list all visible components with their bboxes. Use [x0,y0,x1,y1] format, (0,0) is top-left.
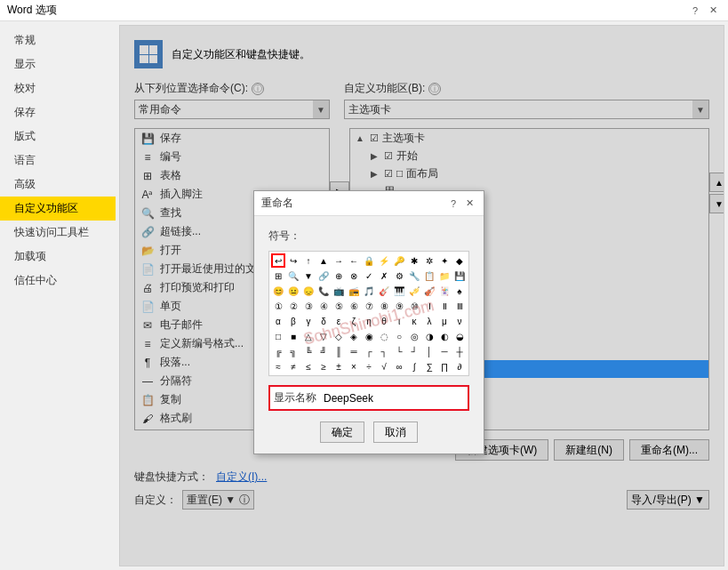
symbol-cell[interactable]: √ [377,359,391,373]
symbol-cell[interactable]: 🎺 [407,284,421,298]
symbol-cell[interactable]: ║ [332,344,346,358]
symbol-cell[interactable]: ┐ [377,344,391,358]
symbol-cell[interactable]: □ [271,329,285,343]
symbol-cell[interactable]: ◒ [452,329,467,343]
symbol-cell[interactable]: α [271,314,285,328]
symbol-cell[interactable]: 🎻 [422,284,436,298]
symbol-cell[interactable]: │ [422,344,436,358]
symbol-cell[interactable]: ι [392,314,406,328]
symbol-cell[interactable]: ≈ [271,359,285,373]
close-button[interactable]: ✕ [705,3,721,19]
symbol-cell[interactable]: ≥ [316,359,331,373]
symbol-cell[interactable]: ◇ [332,329,346,343]
symbol-grid[interactable]: ↩↪↑▲→←🔒⚡🔑✱✲✦◆●★☆⊞🔍▼🔗⊕⊗✓✗⚙🔧📋📁💾✉🖨🖌😊😐😞📞📺📻🎵🎸… [268,251,469,376]
symbol-cell[interactable]: ⑤ [332,299,346,313]
symbol-cell[interactable]: Ⅲ [452,299,467,313]
symbol-cell[interactable]: ⑥ [347,299,361,313]
symbol-cell[interactable]: 🔧 [407,269,421,283]
symbol-cell[interactable]: 📞 [316,284,331,298]
symbol-cell[interactable]: ✦ [437,253,452,268]
symbol-cell[interactable]: ← [347,253,361,268]
symbol-cell[interactable]: ∑ [422,359,436,373]
symbol-cell[interactable]: ◑ [422,329,436,343]
symbol-cell[interactable]: 📻 [347,284,361,298]
symbol-cell[interactable]: △ [301,329,316,343]
help-button[interactable]: ? [687,3,703,19]
symbol-cell[interactable]: ② [286,299,300,313]
symbol-cell[interactable]: 🎵 [362,284,376,298]
symbol-cell[interactable]: ╚ [301,344,316,358]
symbol-cell[interactable]: ◈ [347,329,361,343]
symbol-cell[interactable]: ♥ [468,284,469,298]
sidebar-item-display[interactable]: 显示 [0,52,116,76]
symbol-cell[interactable]: ζ [347,314,361,328]
symbol-cell[interactable]: δ [316,314,331,328]
symbol-cell[interactable]: ◌ [377,329,391,343]
symbol-cell[interactable]: ⊕ [332,269,346,283]
sidebar-item-ribbon[interactable]: 自定义功能区 [0,197,116,221]
symbol-cell[interactable]: × [347,359,361,373]
symbol-cell[interactable]: ⑨ [392,299,406,313]
symbol-cell[interactable]: ✗ [377,269,391,283]
symbol-cell[interactable]: 🔑 [392,253,406,268]
symbol-cell[interactable]: 😊 [271,284,285,298]
symbol-cell[interactable]: ⊞ [271,269,285,283]
symbol-cell[interactable]: ◆ [452,253,467,268]
sidebar-item-quick[interactable]: 快速访问工具栏 [0,221,116,245]
symbol-cell[interactable]: ε [332,314,346,328]
rename-dialog-close[interactable]: ✕ [462,197,476,211]
symbol-cell[interactable]: ⚙ [392,269,406,283]
symbol-cell[interactable]: ┘ [407,344,421,358]
symbol-cell[interactable]: γ [301,314,316,328]
symbol-cell[interactable]: ◎ [407,329,421,343]
symbol-cell[interactable]: ◐ [437,329,452,343]
symbol-cell[interactable]: η [362,314,376,328]
symbol-cell[interactable]: ∇ [468,359,469,373]
symbol-cell[interactable]: 🎸 [377,284,391,298]
symbol-cell[interactable]: ■ [286,329,300,343]
symbol-cell[interactable]: ┼ [452,344,467,358]
sidebar-item-general[interactable]: 常规 [0,28,116,52]
symbol-cell[interactable]: β [286,314,300,328]
symbol-cell[interactable]: ④ [316,299,331,313]
sidebar-item-save[interactable]: 保存 [0,100,116,124]
symbol-cell[interactable]: ⊗ [347,269,361,283]
symbol-cell[interactable]: ╗ [286,344,300,358]
symbol-cell[interactable]: 📁 [437,269,452,283]
symbol-cell[interactable]: ⑦ [362,299,376,313]
symbol-cell[interactable]: 🃏 [437,284,452,298]
sidebar-item-trust[interactable]: 信任中心 [0,269,116,293]
symbol-cell[interactable]: ┤ [468,344,469,358]
symbol-cell[interactable]: ╝ [316,344,331,358]
sidebar-item-layout[interactable]: 版式 [0,124,116,149]
symbol-cell[interactable]: ↑ [301,253,316,268]
symbol-cell[interactable]: 🔒 [362,253,376,268]
symbol-cell[interactable]: ③ [301,299,316,313]
symbol-cell[interactable]: ① [271,299,285,313]
symbol-cell[interactable]: ξ [468,314,469,328]
symbol-cell[interactable]: → [332,253,346,268]
symbol-cell[interactable]: ▼ [301,269,316,283]
symbol-cell[interactable]: ═ [347,344,361,358]
symbol-cell[interactable]: ♠ [452,284,467,298]
symbol-cell[interactable]: 🎹 [392,284,406,298]
symbol-cell[interactable]: ✱ [407,253,421,268]
symbol-cell[interactable]: ▲ [316,253,331,268]
symbol-cell[interactable]: Ⅰ [422,299,436,313]
symbol-cell[interactable]: ∏ [437,359,452,373]
symbol-cell[interactable]: ✓ [362,269,376,283]
symbol-cell[interactable]: θ [377,314,391,328]
symbol-cell[interactable]: 💾 [452,269,467,283]
symbol-cell[interactable]: Ⅱ [437,299,452,313]
rename-ok-button[interactable]: 确定 [320,421,364,443]
symbol-cell[interactable]: ∫ [407,359,421,373]
symbol-cell[interactable]: └ [392,344,406,358]
symbol-cell[interactable]: λ [422,314,436,328]
symbol-cell[interactable]: 🔍 [286,269,300,283]
symbol-cell[interactable]: 📺 [332,284,346,298]
symbol-cell[interactable]: ≠ [286,359,300,373]
symbol-cell[interactable]: ╔ [271,344,285,358]
symbol-cell[interactable]: ⑩ [407,299,421,313]
symbol-cell[interactable]: ● [468,253,469,268]
sidebar-item-language[interactable]: 语言 [0,149,116,173]
